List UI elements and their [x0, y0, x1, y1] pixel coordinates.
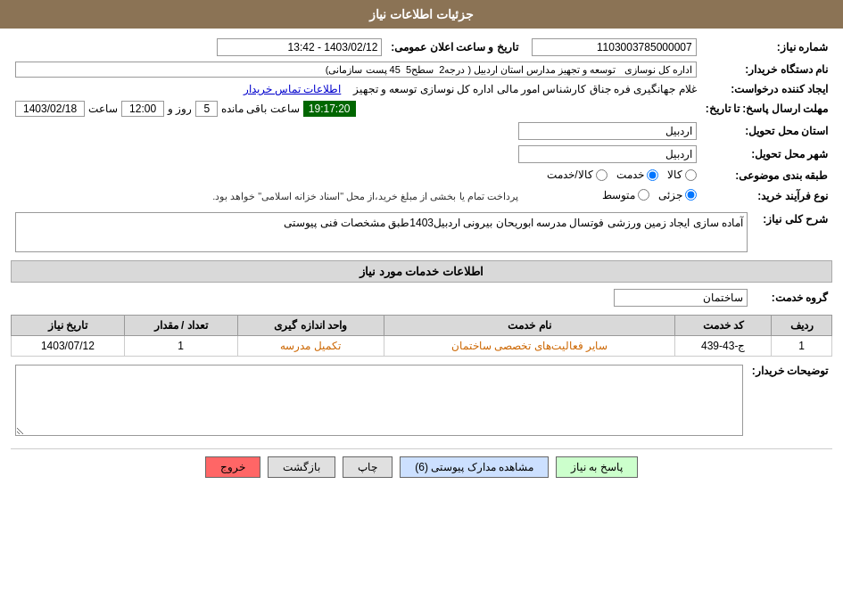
- respond-button[interactable]: پاسخ به نیاز: [556, 456, 638, 478]
- remaining-time: 19:17:20: [303, 101, 356, 117]
- need-description-box: آماده سازی ایجاد زمین ورزشی فوتسال مدرسه…: [15, 212, 748, 252]
- bottom-buttons: پاسخ به نیاز مشاهده مدارک پیوستی (6) چاپ…: [11, 448, 832, 485]
- date-time-label: تاریخ و ساعت اعلان عمومی:: [386, 36, 522, 59]
- days-value: 5: [195, 101, 218, 117]
- buyer-remarks-textarea[interactable]: [15, 365, 743, 436]
- purchase-option-motavasset[interactable]: متوسط: [602, 189, 649, 201]
- purchase-type-label: نوع فرآیند خرید:: [701, 186, 832, 207]
- col-row-num: ردیف: [772, 316, 832, 336]
- cell-service-code: ج-43-439: [675, 336, 772, 357]
- need-description-text: آماده سازی ایجاد زمین ورزشی فوتسال مدرسه…: [284, 217, 743, 229]
- service-group-input[interactable]: [614, 289, 748, 307]
- col-unit: واحد اندازه گیری: [237, 316, 384, 336]
- category-khedmat-label: خدمت: [616, 168, 644, 181]
- purchase-motavasset-radio[interactable]: [638, 189, 649, 201]
- exit-button[interactable]: خروج: [205, 456, 260, 478]
- service-group-form: گروه خدمت:: [11, 286, 832, 309]
- service-group-label: گروه خدمت:: [752, 286, 832, 309]
- print-button[interactable]: چاپ: [343, 456, 393, 478]
- main-form: شماره نیاز: تاریخ و ساعت اعلان عمومی: نا…: [11, 36, 832, 206]
- requester-value: غلام جهانگیری فره جناق کارشناس امور مالی…: [353, 83, 697, 95]
- time-label: ساعت: [88, 103, 118, 115]
- page-header: جزئیات اطلاعات نیاز: [0, 0, 843, 29]
- category-kala-label: کالا: [667, 168, 682, 181]
- need-number-label: شماره نیاز:: [701, 36, 832, 59]
- buyer-remarks-label: توضیحات خریدار:: [748, 362, 832, 441]
- view-docs-button[interactable]: مشاهده مدارک پیوستی (6): [400, 456, 549, 478]
- description-form: شرح کلی نیاز: آماده سازی ایجاد زمین ورزش…: [11, 209, 832, 255]
- remaining-label: ساعت باقی مانده: [221, 103, 300, 115]
- deadline-date: 1403/02/18: [15, 101, 85, 117]
- province-input[interactable]: [518, 122, 697, 140]
- category-option-khedmat[interactable]: خدمت: [616, 168, 658, 181]
- category-both-label: کالا/خدمت: [547, 168, 592, 181]
- services-table: ردیف کد خدمت نام خدمت واحد اندازه گیری ت…: [11, 315, 832, 357]
- cell-service-name: سایر فعالیت‌های تخصصی ساختمان: [384, 336, 674, 357]
- day-label: روز و: [168, 103, 192, 115]
- category-both-radio[interactable]: [596, 169, 607, 181]
- col-service-code: کد خدمت: [675, 316, 772, 336]
- buyer-name-input: [15, 62, 697, 78]
- cell-row-num: 1: [772, 336, 832, 357]
- purchase-jozyi-label: جزئی: [658, 189, 682, 201]
- payment-notice: پرداخت تمام یا بخشی از مبلغ خرید،از محل …: [212, 191, 518, 201]
- category-kala-radio[interactable]: [685, 169, 697, 181]
- cell-date: 1403/07/12: [12, 336, 125, 357]
- need-number-input[interactable]: [532, 38, 697, 56]
- category-option-kala[interactable]: کالا: [667, 168, 697, 181]
- category-radio-group: کالا خدمت کالا/خدمت: [547, 168, 696, 181]
- cell-unit: تکمیل مدرسه: [237, 336, 384, 357]
- col-service-name: نام خدمت: [384, 316, 674, 336]
- back-button[interactable]: بازگشت: [268, 456, 335, 478]
- buyer-name-label: نام دستگاه خریدار:: [701, 59, 832, 80]
- page-title: جزئیات اطلاعات نیاز: [369, 7, 474, 21]
- cell-quantity: 1: [124, 336, 237, 357]
- date-time-input[interactable]: [217, 38, 382, 56]
- category-option-both[interactable]: کالا/خدمت: [547, 168, 607, 181]
- table-row: 1 ج-43-439 سایر فعالیت‌های تخصصی ساختمان…: [12, 336, 832, 357]
- category-khedmat-radio[interactable]: [647, 169, 658, 181]
- col-date: تاریخ نیاز: [12, 316, 125, 336]
- city-input[interactable]: [518, 145, 697, 163]
- col-quantity: تعداد / مقدار: [124, 316, 237, 336]
- purchase-radio-group: جزئی متوسط: [602, 189, 697, 201]
- contact-link[interactable]: اطلاعات تماس خریدار: [244, 83, 342, 95]
- purchase-option-jozyi[interactable]: جزئی: [658, 189, 697, 201]
- province-label: استان محل تحویل:: [701, 119, 832, 143]
- services-section-title: اطلاعات خدمات مورد نیاز: [11, 260, 832, 283]
- remarks-form: توضیحات خریدار:: [11, 362, 832, 441]
- deadline-label: مهلت ارسال پاسخ: تا تاریخ:: [701, 98, 832, 119]
- requester-label: ایجاد کننده درخواست:: [701, 80, 832, 98]
- purchase-motavasset-label: متوسط: [602, 189, 635, 201]
- category-label: طبقه بندی موضوعی:: [701, 166, 832, 186]
- purchase-jozyi-radio[interactable]: [685, 189, 697, 201]
- need-desc-label: شرح کلی نیاز:: [752, 209, 832, 255]
- city-label: شهر محل تحویل:: [701, 143, 832, 166]
- time-value: 12:00: [121, 101, 164, 117]
